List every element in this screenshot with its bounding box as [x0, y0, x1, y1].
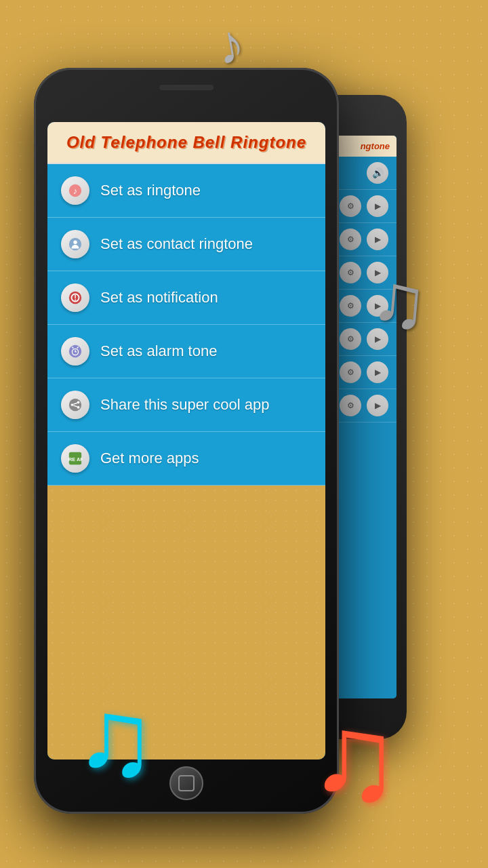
menu-item-contact-ringtone[interactable]: Set as contact ringtone [47, 218, 325, 271]
menu-item-notification[interactable]: ! Set as notification [47, 271, 325, 325]
svg-point-3 [73, 241, 77, 245]
gear-icon-2: ⚙ [340, 229, 361, 250]
phone-screen: Old Telephone Bell Ringtone ♪ Set as rin… [47, 122, 325, 760]
menu-item-alarm[interactable]: Set as alarm tone [47, 325, 325, 378]
menu-item-share[interactable]: Share this super cool app [47, 378, 325, 432]
home-button[interactable] [169, 766, 203, 800]
bottom-area [47, 486, 325, 760]
contact-ringtone-label: Set as contact ringtone [100, 235, 253, 253]
phone-front: Old Telephone Bell Ringtone ♪ Set as rin… [34, 68, 339, 814]
contact-icon [61, 230, 89, 258]
speaker-notch [159, 85, 214, 90]
share-icon [61, 391, 89, 419]
play-icon-2[interactable]: ▶ [367, 229, 388, 250]
gear-icon-6: ⚙ [340, 361, 361, 383]
svg-point-15 [71, 403, 74, 406]
speaker-icon: 🔊 [367, 162, 388, 184]
ringtone-icon: ♪ [61, 176, 89, 205]
menu-item-more-apps[interactable]: MORE APPS Get more apps [47, 432, 325, 486]
gear-icon-3: ⚙ [340, 262, 361, 283]
notification-icon: ! [61, 283, 89, 312]
play-icon-4[interactable]: ▶ [367, 295, 388, 317]
alarm-icon [61, 337, 89, 366]
app-title: Old Telephone Bell Ringtone [56, 133, 317, 152]
gear-icon-5: ⚙ [340, 328, 361, 350]
home-button-inner [178, 775, 195, 791]
svg-point-14 [77, 401, 80, 404]
gear-icon-7: ⚙ [340, 395, 361, 416]
ringtone-label: Set as ringtone [100, 182, 201, 199]
play-icon-7[interactable]: ▶ [367, 395, 388, 416]
screen-content: Old Telephone Bell Ringtone ♪ Set as rin… [47, 122, 325, 760]
gear-icon-4: ⚙ [340, 295, 361, 317]
notification-label: Set as notification [100, 289, 218, 307]
menu-list: ♪ Set as ringtone Set as contact rington… [47, 164, 325, 486]
play-icon-5[interactable]: ▶ [367, 328, 388, 350]
menu-item-ringtone[interactable]: ♪ Set as ringtone [47, 164, 325, 218]
play-icon-1[interactable]: ▶ [367, 195, 388, 217]
play-icon-6[interactable]: ▶ [367, 361, 388, 383]
alarm-label: Set as alarm tone [100, 342, 217, 360]
share-label: Share this super cool app [100, 396, 270, 414]
play-icon-3[interactable]: ▶ [367, 262, 388, 283]
app-header: Old Telephone Bell Ringtone [47, 122, 325, 164]
gear-icon-1: ⚙ [340, 195, 361, 217]
svg-point-16 [77, 406, 80, 409]
more-apps-icon: MORE APPS [61, 444, 89, 473]
svg-text:MORE APPS: MORE APPS [68, 456, 83, 462]
svg-text:♪: ♪ [73, 186, 77, 196]
more-apps-label: Get more apps [100, 450, 199, 467]
svg-text:!: ! [74, 294, 77, 302]
